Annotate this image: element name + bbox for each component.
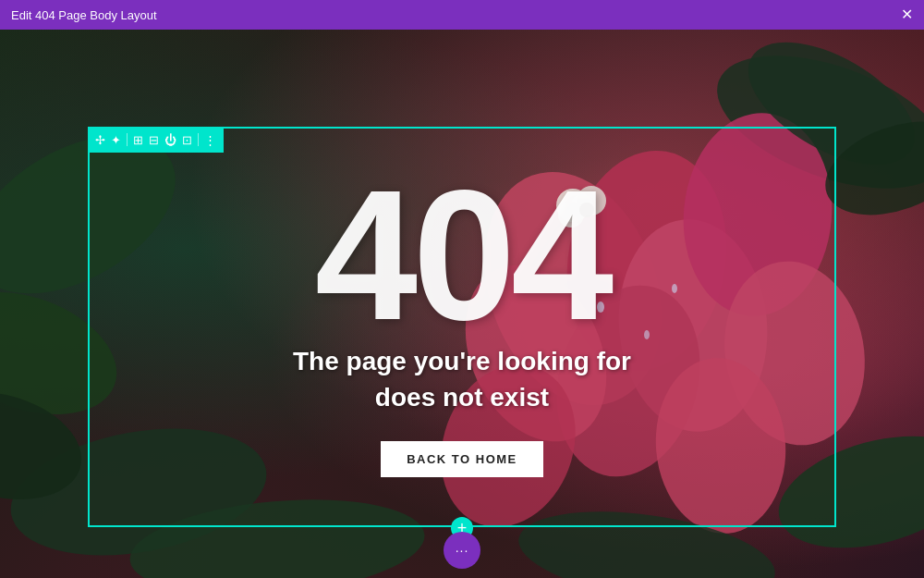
canvas-area: ✢ ✦ ⊞ ⊟ ⏻ ⊡ ⋮ 404 The page you're lookin… (0, 30, 924, 578)
content-block: 404 The page you're looking fordoes not … (88, 127, 836, 527)
back-to-home-button[interactable]: BACK TO HOME (381, 441, 543, 477)
toolbar-divider-1 (127, 133, 128, 146)
move-icon[interactable]: ✢ (95, 134, 105, 146)
title-bar-title: Edit 404 Page Body Layout (11, 8, 157, 22)
more-icon[interactable]: ⋮ (204, 134, 216, 146)
power-icon[interactable]: ⏻ (164, 134, 176, 146)
delete-icon[interactable]: ⊡ (182, 134, 192, 146)
close-button[interactable]: ✕ (901, 7, 913, 22)
toolbar-divider-2 (198, 133, 199, 146)
more-options-button[interactable]: ··· (444, 532, 480, 569)
error-number: 404 (315, 177, 610, 334)
columns-icon[interactable]: ⊟ (149, 134, 159, 146)
layout-icon[interactable]: ⊞ (133, 134, 143, 146)
title-bar: Edit 404 Page Body Layout ✕ (0, 0, 924, 30)
settings-icon[interactable]: ✦ (111, 134, 121, 146)
block-toolbar: ✢ ✦ ⊞ ⊟ ⏻ ⊡ ⋮ (88, 127, 224, 153)
